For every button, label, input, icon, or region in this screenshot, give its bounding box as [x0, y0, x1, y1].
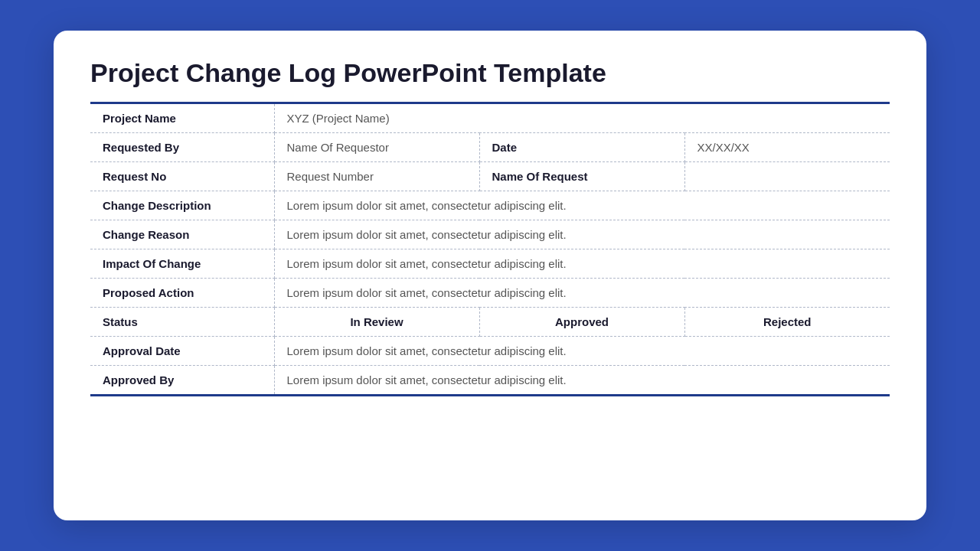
change-description-value: Lorem ipsum dolor sit amet, consectetur … [274, 191, 890, 220]
table-row: Change Description Lorem ipsum dolor sit… [90, 191, 890, 220]
impact-of-change-label: Impact Of Change [90, 249, 274, 279]
proposed-action-label: Proposed Action [90, 279, 274, 308]
project-name-label: Project Name [90, 104, 274, 133]
page-title: Project Change Log PowerPoint Template [90, 58, 890, 88]
table-row: Proposed Action Lorem ipsum dolor sit am… [90, 279, 890, 308]
table-row: Change Reason Lorem ipsum dolor sit amet… [90, 220, 890, 249]
name-of-request-value [684, 162, 890, 191]
date-value: XX/XX/XX [684, 133, 890, 162]
requested-by-label: Requested By [90, 133, 274, 162]
table-row: Request No Request Number Name Of Reques… [90, 162, 890, 191]
request-no-label: Request No [90, 162, 274, 191]
bottom-divider [90, 394, 890, 396]
table-row: Project Name XYZ (Project Name) [90, 104, 890, 133]
change-reason-value: Lorem ipsum dolor sit amet, consectetur … [274, 220, 890, 249]
status-in-review: In Review [274, 308, 479, 337]
approval-date-label: Approval Date [90, 337, 274, 366]
approval-date-value: Lorem ipsum dolor sit amet, consectetur … [274, 337, 890, 366]
change-reason-label: Change Reason [90, 220, 274, 249]
table-row: Status In Review Approved Rejected [90, 308, 890, 337]
table-row: Approval Date Lorem ipsum dolor sit amet… [90, 337, 890, 366]
status-rejected: Rejected [684, 308, 890, 337]
table-row: Requested By Name Of Requestor Date XX/X… [90, 133, 890, 162]
status-approved: Approved [479, 308, 684, 337]
project-name-value: XYZ (Project Name) [274, 104, 890, 133]
request-no-value: Request Number [274, 162, 479, 191]
requested-by-value: Name Of Requestor [274, 133, 479, 162]
table-row: Approved By Lorem ipsum dolor sit amet, … [90, 366, 890, 395]
proposed-action-value: Lorem ipsum dolor sit amet, consectetur … [274, 279, 890, 308]
impact-of-change-value: Lorem ipsum dolor sit amet, consectetur … [274, 249, 890, 279]
main-card: Project Change Log PowerPoint Template P… [54, 31, 926, 520]
name-of-request-label: Name Of Request [479, 162, 684, 191]
change-log-table: Project Name XYZ (Project Name) Requeste… [90, 104, 890, 394]
change-description-label: Change Description [90, 191, 274, 220]
date-label: Date [479, 133, 684, 162]
approved-by-label: Approved By [90, 366, 274, 395]
status-label: Status [90, 308, 274, 337]
approved-by-value: Lorem ipsum dolor sit amet, consectetur … [274, 366, 890, 395]
table-row: Impact Of Change Lorem ipsum dolor sit a… [90, 249, 890, 279]
